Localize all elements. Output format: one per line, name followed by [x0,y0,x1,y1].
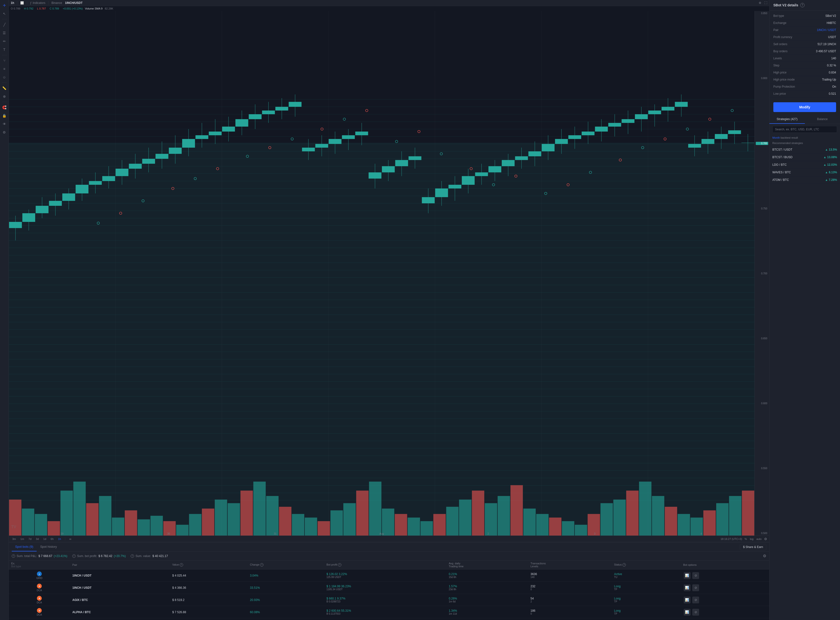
cursor-tool[interactable]: ↖ [1,10,8,17]
scale-auto[interactable]: auto [756,537,763,541]
bot-status-3: Long [614,609,678,612]
indicators-button[interactable]: ƒ Indicators [30,1,45,5]
fullscreen-btn[interactable]: ⛶ [764,1,767,5]
ruler-tool[interactable]: 📏 [1,85,8,92]
line-tool[interactable]: ╱ [1,21,8,28]
strategy-search-input[interactable] [772,126,837,133]
pair-label: 1INCH/USDT [65,1,83,5]
chart-scale-settings[interactable]: ⚙ [764,537,767,541]
tab-spot-bots[interactable]: Spot bots (9) [12,542,37,551]
status-col-info[interactable]: ? [622,563,626,567]
tf-6h[interactable]: 6h [49,537,55,541]
tf-1h[interactable]: 1h [57,537,63,541]
price-scale: 0.850 0.800 0.789 0.750 0.700 0.650 0.60… [754,11,769,536]
fullscreen-icon: ⛶ [764,1,767,5]
chart-settings-btn[interactable]: ⚙ [759,1,762,5]
scale-pct[interactable]: % [744,537,748,541]
candle-type-selector[interactable]: ⬜ [20,1,24,5]
sell-orders-value: 517.19 1INCH [817,42,836,46]
sbot-help-icon[interactable]: ? [800,3,805,8]
price-level-800: 0.800 [756,77,768,80]
tf-3m[interactable]: 3m [11,537,17,541]
scale-log[interactable]: log [749,537,754,541]
timeframe-selector[interactable]: 1h [11,1,14,5]
bot-chart-btn-3[interactable]: 📊 [684,609,691,615]
zoom-tool[interactable]: ⊕ [1,93,8,100]
bot-change-cell-3: 60.08% [248,606,324,618]
modify-button[interactable]: Modify [773,102,836,112]
horizontal-line-tool[interactable]: ☰ [1,30,8,36]
bot-stop-btn-0[interactable]: ⊘ [692,572,699,579]
pnl-info-icon[interactable]: ? [12,554,15,558]
pattern-tool[interactable]: ≡ [1,65,8,72]
price-chart[interactable] [9,11,754,536]
tab-strategies[interactable]: Strategies (427) [769,115,805,124]
filter-button[interactable]: ⚙ [763,554,766,558]
summary-value: ? Sum. value: $ 40 421.17 [131,554,168,558]
table-row: ◆ DCA 1INCH / USDT $ 4 366.36 33.51% $ 1… [9,582,769,594]
tf-1d[interactable]: 1d [42,537,48,541]
tab-spot-history[interactable]: Spot history [37,542,60,551]
right-panel: SBot V2 details ? Bot type SBot V2 Excha… [769,0,840,620]
settings-tool[interactable]: ⚙ [1,129,8,136]
emoji-tool[interactable]: ☺ [1,74,8,81]
bot-profit-cell-2: $ 660.1 9.37% B 0.0288723 [324,594,446,606]
bot-chart-btn-0[interactable]: 📊 [684,572,691,579]
strategy-item[interactable]: ATOM / BTC ▲ 7.28% [769,176,840,184]
bot-levels-1: 0 [530,588,609,591]
magnet-tool[interactable]: 🧲 [1,104,8,111]
bot-transactions-0: 3636 [530,572,609,576]
strategy-item[interactable]: LDO / BTC ▲ 12.03% [769,161,840,169]
pnl-pct: (+23.41%) [54,554,68,558]
tf-3d[interactable]: 3d [35,537,40,541]
chart-canvas-area[interactable]: 0.850 0.800 0.789 0.750 0.700 0.650 0.60… [9,11,769,536]
eye-tool[interactable]: 👁 [1,120,8,128]
strategy-return-4: ▲ 7.28% [825,178,837,182]
bot-change-0: 3.04% [250,574,258,577]
strategy-item[interactable]: WAVES / BTC ▲ 8.13% [769,169,840,176]
gear-icon: ⚙ [759,1,762,5]
profit-info-icon[interactable]: ? [72,554,76,558]
th-bot-profit: Bot profit ? [324,560,446,569]
profit-pct: (+20.7%) [114,554,126,558]
value-info-icon[interactable]: ? [131,554,134,558]
profit-col-info[interactable]: ? [338,563,342,567]
chart-header: 1h ⬜ ƒ Indicators Binance [9,0,769,6]
draw-tool[interactable]: ✏ [1,38,8,45]
strategy-return-2: ▲ 12.03% [823,163,837,167]
tab-balance[interactable]: Balance [805,115,840,124]
bot-stop-btn-1[interactable]: ⊘ [692,584,699,591]
fork-tool[interactable]: ⑂ [1,57,8,64]
tf-1m[interactable]: 1m [19,537,26,541]
bot-chart-btn-2[interactable]: 📊 [684,597,691,603]
share-earn-button[interactable]: $ Share & Earn [740,544,766,550]
bot-chart-btn-1[interactable]: 📊 [684,584,691,591]
ohlcv-high: H 0.792 [24,7,35,10]
chart-time: 18:16:27 (UTC+3) [721,537,742,540]
bot-avg-daily-1: 1.57% [449,585,526,588]
text-tool[interactable]: T [1,46,8,53]
levels-value: 140 [831,57,836,60]
bot-stop-btn-3[interactable]: ⊘ [692,609,699,615]
detail-pump-protection: Pump Protection On [769,83,840,90]
bot-value-cell-3: $ 7 526.88 [170,606,247,618]
bot-status-cell-0: Active TU [612,569,681,582]
bot-change-cell-0: 3.04% [248,569,324,582]
bot-status-2: Long [614,597,678,600]
bot-stop-btn-2[interactable]: ⊘ [692,597,699,603]
strategy-item[interactable]: BTCST / USDT ▲ 13.5% [769,146,840,153]
change-col-info[interactable]: ? [260,563,263,567]
crosshair-tool[interactable]: ✛ [1,2,8,9]
value-col-info[interactable]: ? [180,563,183,567]
sell-orders-label: Sell orders [773,42,787,46]
bot-value-2: $ 8 519.2 [172,598,184,602]
bot-transactions-1: 232 [530,585,609,588]
pair-detail-value: 1INCH / USDT [817,28,836,32]
strategy-item[interactable]: BTCST / BUSD ▲ 13.08% [769,153,840,161]
pair-name-2: AGIX / BTC [72,598,167,602]
lock-tool[interactable]: 🔒 [1,112,8,119]
pump-protection-value: On [832,85,836,88]
bot-type-3: DCA [37,613,42,616]
compare-chart-btn[interactable]: ⚌ [68,537,73,541]
tf-7d[interactable]: 7d [27,537,33,541]
